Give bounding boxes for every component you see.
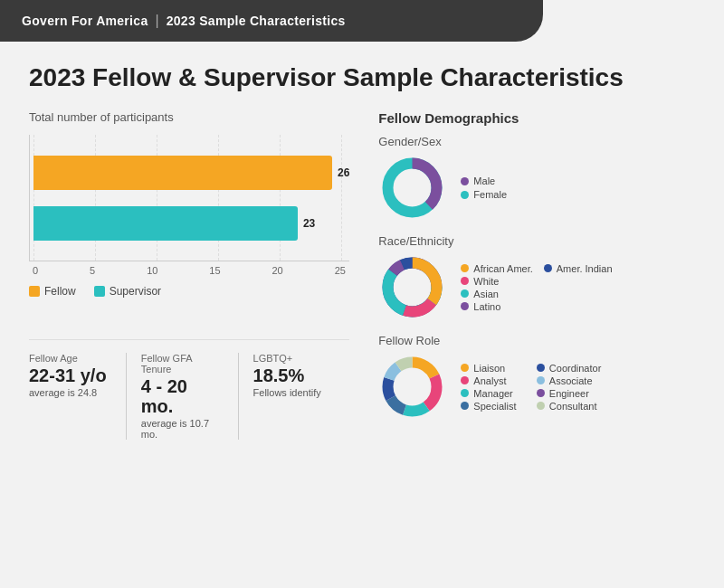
legend-placeholder-2 [544,289,615,299]
stat-lgbtq: LGBTQ+ 18.5% Fellows identify [238,353,350,440]
x-tick-10: 10 [147,265,157,276]
legend-fellow: Fellow [29,285,76,298]
legend-placeholder-1 [544,276,615,287]
donut-hole [395,170,431,206]
legend-associate-label: Associate [549,375,593,386]
demo-gender-label: Gender/Sex [378,135,695,148]
bar-chart: 26 23 0 5 10 15 20 25 [29,135,349,325]
legend-associate: Associate [537,375,601,386]
header-subtitle: 2023 Sample Characteristics [167,14,346,28]
x-tick-5: 5 [90,265,95,276]
legend-coordinator-label: Coordinator [549,363,601,374]
grid-line-0 [33,135,34,261]
legend-engineer-label: Engineer [549,388,589,399]
legend-analyst-label: Analyst [473,375,506,386]
legend-engineer-dot [537,389,545,397]
org-name: Govern For America [22,14,148,28]
stat-lgbtq-sub: Fellows identify [253,387,336,398]
demo-race-row: African Amer. Amer. Indian White [378,253,695,321]
demo-role: Fellow Role [378,334,695,421]
stat-age-sub: average is 24.8 [29,387,111,398]
stat-tenure-sub: average is 10.7 mo. [141,418,224,440]
donut-hole-role [395,369,431,405]
stat-age-value: 22-31 y/o [29,365,111,385]
legend-male: Male [461,175,507,186]
chart-title: Total number of participants [29,110,349,124]
legend-asian-dot [461,289,469,298]
stat-lgbtq-label: LGBTQ+ [253,353,336,364]
legend-manager-dot [461,389,469,397]
stat-tenure-value: 4 - 20 mo. [141,376,224,416]
bar-supervisor-value: 23 [303,217,315,230]
race-legend: African Amer. Amer. Indian White [461,263,615,312]
main-content: 2023 Fellow & Supervisor Sample Characte… [0,42,724,454]
legend-specialist-dot [461,402,469,410]
page-title: 2023 Fellow & Supervisor Sample Characte… [29,63,695,92]
legend-consultant-dot [537,402,545,410]
stat-age: Fellow Age 22-31 y/o average is 24.8 [29,353,126,440]
legend-analyst-dot [461,376,469,384]
legend-coordinator-dot [537,364,545,372]
donut-role [378,353,446,421]
stat-lgbtq-value: 18.5% [253,365,336,385]
legend-manager: Manager [461,388,525,399]
legend-female-label: Female [473,189,507,200]
legend-coordinator: Coordinator [537,363,601,374]
legend-supervisor-dot [94,286,105,297]
donut-race [378,253,446,321]
legend-indian-label: Amer. Indian [557,263,613,274]
bar-fellow-value: 26 [338,166,349,179]
legend-engineer: Engineer [537,388,601,399]
legend-supervisor-label: Supervisor [110,285,161,298]
legend-liaison-dot [461,364,469,372]
legend-latino-dot [461,302,469,310]
grid-line-20 [280,135,281,261]
chart-area: 26 23 [29,135,349,261]
right-panel: Fellow Demographics Gender/Sex [378,110,695,440]
legend-supervisor: Supervisor [94,285,161,298]
x-tick-25: 25 [335,265,346,276]
legend-fellow-label: Fellow [44,285,76,298]
grid-line-10 [157,135,157,261]
legend-liaison: Liaison [461,363,525,374]
demo-race-label: Race/Ethnicity [378,234,695,248]
grid-line-5 [95,135,96,261]
donut-gender [378,154,446,222]
left-panel: Total number of participants 26 [29,110,349,440]
chart-legend: Fellow Supervisor [29,285,349,298]
grid-line-15 [218,135,219,261]
legend-male-label: Male [473,175,495,186]
legend-consultant-label: Consultant [549,401,597,412]
demo-gender: Gender/Sex [378,135,695,222]
content-grid: Total number of participants 26 [29,110,695,440]
legend-fellow-dot [29,286,40,297]
legend-female: Female [461,189,507,200]
legend-white: White [461,276,532,287]
gender-legend: Male Female [461,175,507,200]
legend-associate-dot [537,376,545,384]
legend-white-dot [461,277,469,285]
legend-amer-indian: Amer. Indian [544,263,615,274]
x-axis: 0 5 10 15 20 25 [29,265,346,276]
bar-fellow-fill [33,156,332,190]
legend-specialist-label: Specialist [473,401,516,412]
legend-female-dot [461,191,469,199]
demo-role-row: Liaison Coordinator Analyst Associa [378,353,695,421]
demo-role-label: Fellow Role [378,334,695,347]
x-tick-0: 0 [33,265,38,276]
legend-asian: Asian [461,289,532,299]
legend-consultant: Consultant [537,401,601,412]
legend-male-dot [461,177,469,185]
legend-african-label: African Amer. [473,263,532,274]
grid-line-25 [341,135,342,261]
legend-latino: Latino [461,301,532,312]
stat-age-label: Fellow Age [29,353,111,364]
role-legend: Liaison Coordinator Analyst Associa [461,363,601,412]
legend-latino-label: Latino [473,301,500,312]
demo-race: Race/Ethnicity [378,234,695,321]
legend-manager-label: Manager [473,388,512,399]
demographics-title: Fellow Demographics [378,110,695,126]
legend-white-label: White [473,276,499,287]
legend-african-amer: African Amer. [461,263,532,274]
header: Govern For America | 2023 Sample Charact… [0,0,543,42]
